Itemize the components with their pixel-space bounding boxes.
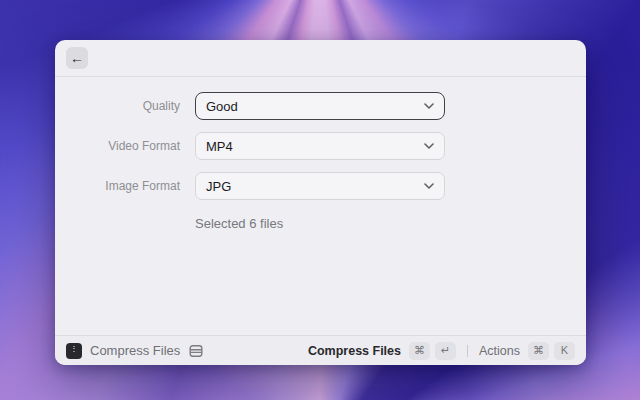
app-name: Compress Files (90, 343, 180, 358)
quality-label: Quality (55, 99, 195, 113)
primary-action-label: Compress Files (308, 344, 401, 358)
primary-action-button[interactable]: Compress Files ⌘ ↵ (308, 342, 456, 360)
command-key-icon: ⌘ (528, 342, 549, 360)
footer-branding: Compress Files (66, 343, 204, 359)
video-format-label: Video Format (55, 139, 195, 153)
window-header: ← (55, 40, 586, 77)
back-button[interactable]: ← (66, 47, 88, 69)
form-row-image-format: Image Format JPG (55, 172, 586, 200)
compress-files-window: ← Quality Good Video Format MP4 Image Fo (55, 40, 586, 365)
image-format-dropdown[interactable]: JPG (195, 172, 445, 200)
window-footer: Compress Files Compress Files ⌘ ↵ Action… (55, 335, 586, 365)
back-arrow-icon: ← (70, 51, 84, 65)
k-key-icon: K (554, 342, 575, 360)
footer-actions: Compress Files ⌘ ↵ Actions ⌘ K (308, 342, 575, 360)
selected-files-status: Selected 6 files (195, 216, 586, 231)
command-key-icon: ⌘ (409, 342, 430, 360)
chevron-down-icon (424, 143, 434, 149)
compress-files-app-icon (66, 343, 82, 359)
video-format-dropdown[interactable]: MP4 (195, 132, 445, 160)
actions-menu-button[interactable]: Actions ⌘ K (479, 342, 575, 360)
chevron-down-icon (424, 103, 434, 109)
quality-dropdown[interactable]: Good (195, 92, 445, 120)
image-format-label: Image Format (55, 179, 195, 193)
form-row-quality: Quality Good (55, 92, 586, 120)
actions-label: Actions (479, 344, 520, 358)
quality-value: Good (206, 99, 238, 114)
return-key-icon: ↵ (435, 342, 456, 360)
archive-icon (188, 343, 204, 359)
image-format-value: JPG (206, 179, 231, 194)
footer-divider (467, 345, 468, 357)
form-row-video-format: Video Format MP4 (55, 132, 586, 160)
video-format-value: MP4 (206, 139, 233, 154)
chevron-down-icon (424, 183, 434, 189)
form: Quality Good Video Format MP4 Image Form… (55, 77, 586, 231)
